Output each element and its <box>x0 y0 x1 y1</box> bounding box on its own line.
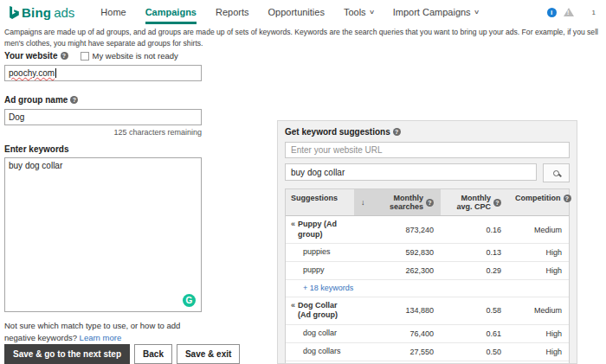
sort-desc-icon: ↓ <box>361 198 365 207</box>
table-row[interactable]: puppy262,3000.29High <box>286 262 569 280</box>
nav-item-reports[interactable]: Reports <box>216 0 249 24</box>
collapse-group-icon[interactable]: « <box>291 301 295 311</box>
ad-group-form: Your website ? My website is not ready p… <box>4 51 202 364</box>
suggestions-table-body: «Puppy (Ad group)873,2400.16Mediumpuppie… <box>286 216 569 364</box>
suggestions-table: Suggestions ↓ Monthly searches ? Monthly… <box>285 188 570 364</box>
keywords-textarea[interactable]: buy dog collar <box>4 157 202 312</box>
campaigns-intro-text: Campaigns are made up of ad groups, and … <box>0 24 606 49</box>
keyword-suggestions-title: Get keyword suggestions ? <box>285 127 570 137</box>
lightbulb-icon[interactable] <box>581 7 589 17</box>
website-label: Your website ? <box>4 51 68 61</box>
competition-value: Medium <box>508 222 569 238</box>
search-button[interactable] <box>543 163 570 182</box>
match-type-hint: Not sure which match type to use, or how… <box>4 320 195 344</box>
save-next-step-button[interactable]: Save & go to the next step <box>4 344 130 364</box>
competition-value: High <box>508 245 569 260</box>
table-row[interactable]: puppies592,8300.13High <box>286 244 569 262</box>
help-icon[interactable]: ? <box>426 199 434 207</box>
bing-logo-icon <box>9 6 19 19</box>
monthly-avg-cpc-value: 0.61 <box>441 326 508 342</box>
monthly-searches-value: 873,240 <box>354 222 441 238</box>
competition-value: High <box>508 263 569 278</box>
monthly-searches-value: 76,400 <box>354 326 441 342</box>
ad-group-name-label: Ad group name ? <box>4 95 202 105</box>
keyword-search-input[interactable] <box>285 163 537 181</box>
help-icon[interactable]: ? <box>393 128 401 136</box>
competition-value: High <box>508 326 569 342</box>
search-icon <box>553 170 559 176</box>
suggestions-table-header: Suggestions ↓ Monthly searches ? Monthly… <box>286 189 569 216</box>
website-url-input[interactable] <box>285 142 570 158</box>
bing-ads-logo[interactable]: Bing ads <box>9 0 74 24</box>
competition-value: High <box>508 344 569 360</box>
save-exit-button[interactable]: Save & exit <box>177 344 240 364</box>
monthly-avg-cpc-value: 0.16 <box>441 222 508 238</box>
brand-suffix: ads <box>54 5 74 20</box>
nav-item-campaigns[interactable]: Campaigns <box>145 0 197 24</box>
chevron-down-icon: ∨ <box>369 9 375 16</box>
keyword-suggestions-panel: Get keyword suggestions ? Suggestions ↓ … <box>277 120 577 364</box>
keyword-suggestion-name: puppies <box>286 244 354 261</box>
expand-keywords-link[interactable]: + 18 keywords <box>303 284 353 292</box>
ad-group-suggestion-name: «Dog Collar (Ad group) <box>286 297 354 324</box>
monthly-avg-cpc-value: 0.29 <box>441 263 508 278</box>
table-row: + 68 keywords <box>286 361 569 364</box>
website-input[interactable]: poochy.com <box>4 65 202 81</box>
chars-remaining-text: 125 characters remaining <box>4 128 202 137</box>
text-cursor <box>55 68 56 78</box>
column-monthly-avg-cpc[interactable]: Monthly avg. CPC ? <box>441 189 508 215</box>
table-row[interactable]: dog collar76,4000.61High <box>286 325 569 343</box>
info-icon[interactable]: i <box>547 8 557 17</box>
column-suggestions[interactable]: Suggestions <box>286 189 354 215</box>
ad-group-name-input[interactable] <box>4 109 202 125</box>
table-row: «Puppy (Ad group)873,2400.16Medium <box>286 216 569 244</box>
competition-value: Medium <box>508 303 569 318</box>
website-not-ready-label: My website is not ready <box>93 51 178 61</box>
table-row: + 18 keywords <box>286 280 569 297</box>
monthly-avg-cpc-value: 0.50 <box>441 344 508 360</box>
form-actions: Save & go to the next step Back Save & e… <box>4 344 240 364</box>
enter-keywords-label: Enter keywords <box>4 144 202 154</box>
learn-more-link[interactable]: Learn more <box>80 333 122 342</box>
keyword-suggestion-name: puppy <box>286 262 354 279</box>
monthly-searches-value: 262,300 <box>354 263 441 278</box>
grammarly-icon[interactable]: G <box>183 294 196 307</box>
ad-group-suggestion-name: «Puppy (Ad group) <box>286 216 354 243</box>
monthly-avg-cpc-value: 0.13 <box>441 245 508 260</box>
back-button[interactable]: Back <box>134 344 172 364</box>
help-icon[interactable]: ? <box>564 195 571 202</box>
warning-icon[interactable]: ! <box>564 8 574 16</box>
column-monthly-searches[interactable]: ↓ Monthly searches ? <box>354 189 441 215</box>
nav-item-home[interactable]: Home <box>100 0 126 24</box>
nav-item-opportunities[interactable]: Opportunities <box>268 0 325 24</box>
monthly-searches-value: 134,880 <box>354 303 441 318</box>
keyword-suggestion-name: dog collar <box>286 325 354 342</box>
help-icon[interactable]: ? <box>61 52 68 60</box>
collapse-group-icon[interactable]: « <box>291 220 295 230</box>
column-competition[interactable]: Competition ? <box>508 189 569 215</box>
monthly-searches-value: 592,830 <box>354 245 441 260</box>
table-row: «Dog Collar (Ad group)134,8800.58Medium <box>286 297 569 325</box>
nav-item-import-campaigns[interactable]: Import Campaigns∨ <box>393 0 479 24</box>
help-icon[interactable]: ? <box>493 199 501 207</box>
keyword-suggestion-name: dog collars <box>286 343 354 361</box>
help-icon[interactable]: ? <box>70 96 78 104</box>
brand-name: Bing <box>22 5 51 20</box>
monthly-avg-cpc-value: 0.58 <box>441 303 508 318</box>
top-nav: Bing ads Home Campaigns Reports Opportun… <box>0 0 606 24</box>
monthly-searches-value: 27,550 <box>354 344 441 360</box>
chevron-down-icon: ∨ <box>474 9 480 16</box>
table-row[interactable]: dog collars27,5500.50High <box>286 343 569 361</box>
website-not-ready-checkbox[interactable] <box>81 52 89 61</box>
nav-item-tools[interactable]: Tools∨ <box>344 0 374 24</box>
opportunities-count-badge: 1 <box>592 9 596 16</box>
